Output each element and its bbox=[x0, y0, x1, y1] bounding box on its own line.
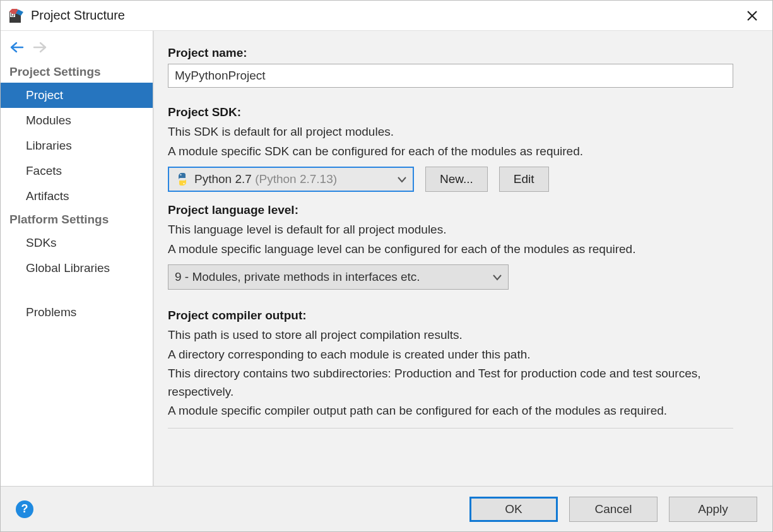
help-icon[interactable]: ? bbox=[16, 500, 33, 518]
compiler-output-desc: This path is used to store all project c… bbox=[168, 326, 755, 345]
compiler-output-desc: This directory contains two subdirectori… bbox=[168, 365, 755, 401]
close-icon[interactable] bbox=[740, 3, 765, 28]
back-icon[interactable] bbox=[9, 40, 25, 55]
sidebar-item-global-libraries[interactable]: Global Libraries bbox=[1, 256, 153, 281]
sdk-new-button[interactable]: New... bbox=[425, 167, 488, 192]
svg-point-6 bbox=[183, 183, 184, 184]
sidebar-section-platform-settings: Platform Settings bbox=[1, 209, 153, 230]
sidebar-item-sdks[interactable]: SDKs bbox=[1, 230, 153, 256]
sidebar-item-label: Project bbox=[26, 88, 63, 102]
sidebar-item-project[interactable]: Project bbox=[1, 83, 153, 108]
project-sdk-desc: A module specific SDK can be configured … bbox=[168, 143, 755, 161]
sdk-edit-button[interactable]: Edit bbox=[499, 167, 549, 192]
chevron-down-icon bbox=[391, 172, 406, 186]
sidebar-section-project-settings: Project Settings bbox=[1, 61, 153, 83]
app-icon: IJ bbox=[8, 8, 25, 24]
sidebar-item-facets[interactable]: Facets bbox=[1, 158, 153, 184]
compiler-output-desc: A module specific compiler output path c… bbox=[168, 402, 755, 420]
sidebar-item-artifacts[interactable]: Artifacts bbox=[1, 184, 153, 209]
cancel-button[interactable]: Cancel bbox=[569, 497, 658, 522]
content-panel: Project name: Project SDK: This SDK is d… bbox=[153, 31, 772, 486]
sdk-selected-detail: (Python 2.7.13) bbox=[255, 172, 337, 186]
project-sdk-desc: This SDK is default for all project modu… bbox=[168, 123, 755, 141]
sidebar-item-label: Artifacts bbox=[26, 189, 69, 203]
chevron-down-icon bbox=[487, 270, 502, 284]
divider bbox=[168, 428, 733, 429]
titlebar: IJ Project Structure bbox=[1, 1, 772, 31]
project-name-label: Project name: bbox=[168, 46, 755, 60]
dialog-body: Project Settings Project Modules Librari… bbox=[1, 31, 772, 486]
sidebar-item-label: Modules bbox=[26, 114, 71, 127]
sidebar-item-label: Global Libraries bbox=[26, 261, 110, 275]
language-level-desc: A module specific language level can be … bbox=[168, 240, 755, 259]
dialog-title: Project Structure bbox=[31, 8, 740, 23]
project-structure-dialog: IJ Project Structure Project Settings Pr… bbox=[0, 0, 773, 532]
language-level-selected: 9 - Modules, private methods in interfac… bbox=[175, 270, 420, 284]
nav-arrows bbox=[1, 37, 153, 61]
language-level-desc: This language level is default for all p… bbox=[168, 221, 755, 239]
project-sdk-label: Project SDK: bbox=[168, 105, 755, 119]
sidebar-item-libraries[interactable]: Libraries bbox=[1, 133, 153, 158]
button-label: Edit bbox=[514, 172, 534, 186]
ok-button[interactable]: OK bbox=[469, 497, 558, 522]
button-label: OK bbox=[505, 502, 522, 516]
language-level-label: Project language level: bbox=[168, 203, 755, 217]
svg-point-5 bbox=[180, 174, 181, 175]
compiler-output-label: Project compiler output: bbox=[168, 309, 755, 322]
sidebar: Project Settings Project Modules Librari… bbox=[1, 31, 153, 486]
language-level-dropdown[interactable]: 9 - Modules, private methods in interfac… bbox=[168, 264, 509, 290]
sidebar-item-label: Facets bbox=[26, 164, 62, 177]
sidebar-item-modules[interactable]: Modules bbox=[1, 108, 153, 133]
sidebar-item-label: SDKs bbox=[26, 236, 57, 249]
button-label: Apply bbox=[698, 502, 728, 516]
footer: ? OK Cancel Apply bbox=[1, 486, 772, 531]
button-label: Cancel bbox=[594, 502, 632, 516]
button-label: New... bbox=[440, 172, 473, 186]
python-icon bbox=[175, 172, 189, 186]
compiler-output-desc: A directory corresponding to each module… bbox=[168, 346, 755, 364]
project-name-input[interactable] bbox=[168, 64, 733, 88]
sidebar-item-label: Problems bbox=[26, 305, 76, 319]
sidebar-item-label: Libraries bbox=[26, 139, 72, 152]
sidebar-item-problems[interactable]: Problems bbox=[1, 300, 153, 325]
apply-button[interactable]: Apply bbox=[669, 497, 757, 522]
project-sdk-dropdown[interactable]: Python 2.7 (Python 2.7.13) bbox=[168, 167, 414, 192]
sdk-selected-name: Python 2.7 bbox=[194, 172, 252, 186]
forward-icon[interactable] bbox=[32, 40, 47, 55]
